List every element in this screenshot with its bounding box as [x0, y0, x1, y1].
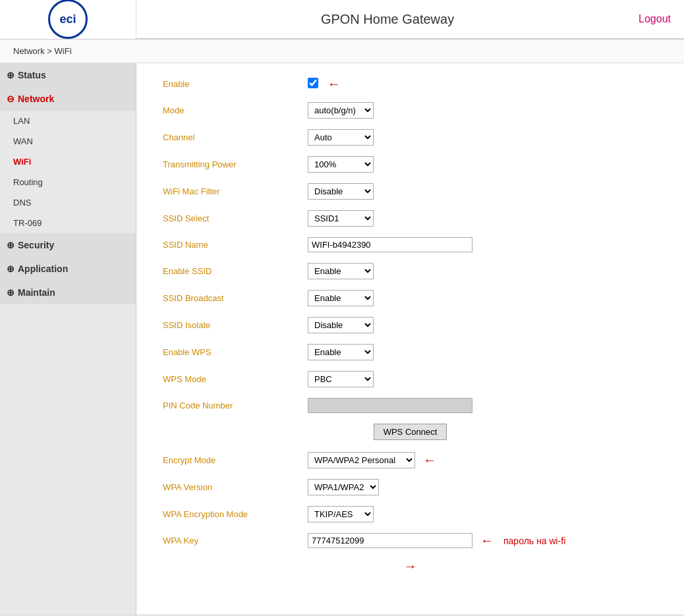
logo-icon: eci [48, 0, 88, 39]
main-layout: ⊕ Status ⊖ Network LAN WAN WiFi Routing … [0, 63, 684, 615]
channel-row: Channel Auto 1234 5678 91011 [163, 129, 658, 146]
sidebar-item-wan[interactable]: WAN [0, 131, 136, 152]
mac-filter-row: WiFi Mac Filter Disable Enable [163, 183, 658, 200]
encrypt-mode-select[interactable]: WPA/WPA2 Personal WEP None WPA/WPA2 Ente… [308, 452, 415, 468]
mode-row: Mode auto(b/g/n) b only g only n only [163, 102, 658, 119]
status-bullet: ⊕ [7, 70, 14, 80]
breadcrumb-separator: > [47, 46, 54, 56]
security-bullet: ⊕ [7, 240, 14, 250]
mac-filter-label: WiFi Mac Filter [163, 186, 308, 196]
sidebar-item-routing[interactable]: Routing [0, 172, 136, 192]
pin-code-label: PIN Code Number [163, 401, 308, 410]
mac-filter-select[interactable]: Disable Enable [308, 183, 374, 200]
channel-control: Auto 1234 5678 91011 [308, 129, 374, 146]
wps-mode-row: WPS Mode PBC PIN [163, 371, 658, 387]
channel-label: Channel [163, 132, 308, 142]
wpa-encrypt-control: TKIP/AES TKIP AES [308, 506, 374, 522]
pin-code-input[interactable] [308, 398, 472, 413]
application-bullet: ⊕ [7, 264, 14, 274]
breadcrumb-wifi: WiFi [55, 46, 72, 56]
wps-mode-select[interactable]: PBC PIN [308, 371, 374, 387]
enable-control: ← [308, 76, 341, 92]
mode-label: Mode [163, 105, 308, 115]
sidebar-item-network[interactable]: ⊖ Network [0, 87, 136, 111]
wpa-key-input[interactable] [308, 533, 472, 548]
page-title: GPON Home Gateway [136, 12, 639, 27]
encrypt-mode-label: Encrypt Mode [163, 455, 308, 465]
ssid-name-label: SSID Name [163, 240, 308, 250]
sidebar-item-application[interactable]: ⊕ Application [0, 257, 136, 281]
ssid-broadcast-label: SSID Broadcast [163, 293, 308, 303]
wpa-encrypt-select[interactable]: TKIP/AES TKIP AES [308, 506, 374, 522]
wpa-encrypt-row: WPA Encryption Mode TKIP/AES TKIP AES [163, 506, 658, 522]
tx-power-row: Transmitting Power 100% 75% 50% 25% [163, 156, 658, 173]
enable-wps-row: Enable WPS Enable Disable [163, 344, 658, 360]
sidebar-item-security[interactable]: ⊕ Security [0, 233, 136, 257]
ssid-broadcast-row: SSID Broadcast Enable Disable [163, 290, 658, 306]
wpa-version-control: WPA1/WPA2 WPA1 WPA2 [308, 479, 379, 495]
sidebar-item-tr069[interactable]: TR-069 [0, 213, 136, 233]
sidebar-item-status[interactable]: ⊕ Status [0, 63, 136, 87]
ssid-isolate-select[interactable]: Disable Enable [308, 317, 374, 333]
ssid-name-row: SSID Name [163, 237, 658, 252]
mode-control: auto(b/g/n) b only g only n only [308, 102, 374, 119]
sidebar-item-lan[interactable]: LAN [0, 111, 136, 131]
header: eci GPON Home Gateway Logout [0, 0, 684, 40]
mode-select[interactable]: auto(b/g/n) b only g only n only [308, 102, 374, 119]
encrypt-mode-row: Encrypt Mode WPA/WPA2 Personal WEP None … [163, 452, 658, 468]
ssid-name-input[interactable] [308, 237, 472, 252]
wps-connect-row: WPS Connect [163, 424, 658, 440]
maintain-bullet: ⊕ [7, 287, 14, 298]
enable-ssid-row: Enable SSID Enable Disable [163, 263, 658, 279]
logout-button[interactable]: Logout [639, 13, 684, 25]
enable-arrow: ← [328, 76, 341, 91]
ssid-select-label: SSID Select [163, 213, 308, 223]
wpa-key-control: ← пароль на wi-fi [308, 533, 565, 548]
channel-select[interactable]: Auto 1234 5678 91011 [308, 129, 374, 146]
tx-power-select[interactable]: 100% 75% 50% 25% [308, 156, 374, 173]
ssid-select-row: SSID Select SSID1 SSID2 SSID3 SSID4 [163, 210, 658, 227]
enable-wps-select[interactable]: Enable Disable [308, 344, 374, 360]
wpa-version-select[interactable]: WPA1/WPA2 WPA1 WPA2 [308, 479, 379, 495]
network-bullet: ⊖ [7, 94, 14, 104]
ssid-name-control [308, 237, 472, 252]
pin-code-row: PIN Code Number [163, 398, 658, 413]
enable-label: Enable [163, 79, 308, 89]
wpa-version-row: WPA Version WPA1/WPA2 WPA1 WPA2 [163, 479, 658, 495]
wps-mode-label: WPS Mode [163, 374, 308, 384]
sidebar: ⊕ Status ⊖ Network LAN WAN WiFi Routing … [0, 63, 136, 615]
ssid-select-control: SSID1 SSID2 SSID3 SSID4 [308, 210, 374, 227]
wpa-key-arrow: ← [480, 533, 494, 548]
tx-power-control: 100% 75% 50% 25% [308, 156, 374, 173]
ssid-broadcast-select[interactable]: Enable Disable [308, 290, 374, 306]
sidebar-item-maintain[interactable]: ⊕ Maintain [0, 281, 136, 304]
enable-ssid-select[interactable]: Enable Disable [308, 263, 374, 279]
pin-code-control [308, 398, 472, 413]
ssid-broadcast-control: Enable Disable [308, 290, 374, 306]
wpa-key-row: WPA Key ← пароль на wi-fi [163, 533, 658, 548]
enable-ssid-control: Enable Disable [308, 263, 374, 279]
ssid-isolate-control: Disable Enable [308, 317, 374, 333]
sidebar-item-dns[interactable]: DNS [0, 192, 136, 213]
enable-wps-control: Enable Disable [308, 344, 374, 360]
wpa-version-label: WPA Version [163, 482, 308, 492]
breadcrumb: Network > WiFi [0, 40, 684, 63]
enable-ssid-label: Enable SSID [163, 266, 308, 276]
encrypt-arrow: ← [423, 453, 436, 468]
encrypt-mode-control: WPA/WPA2 Personal WEP None WPA/WPA2 Ente… [308, 452, 436, 468]
breadcrumb-network[interactable]: Network [13, 46, 45, 56]
ssid-select-dropdown[interactable]: SSID1 SSID2 SSID3 SSID4 [308, 210, 374, 227]
sidebar-item-wifi[interactable]: WiFi [0, 152, 136, 172]
tx-power-label: Transmitting Power [163, 159, 308, 169]
enable-wps-label: Enable WPS [163, 347, 308, 357]
enable-checkbox[interactable] [308, 78, 318, 88]
wps-mode-control: PBC PIN [308, 371, 374, 387]
wpa-encrypt-label: WPA Encryption Mode [163, 509, 308, 519]
enable-row: Enable ← [163, 76, 658, 92]
ssid-isolate-row: SSID Isolate Disable Enable [163, 317, 658, 333]
logo-area: eci [0, 0, 136, 39]
wps-connect-button[interactable]: WPS Connect [374, 424, 447, 440]
main-content: Enable ← Mode auto(b/g/n) b only g only … [136, 63, 684, 615]
wpa-key-annotation: пароль на wi-fi [503, 536, 565, 546]
ssid-isolate-label: SSID Isolate [163, 320, 308, 330]
